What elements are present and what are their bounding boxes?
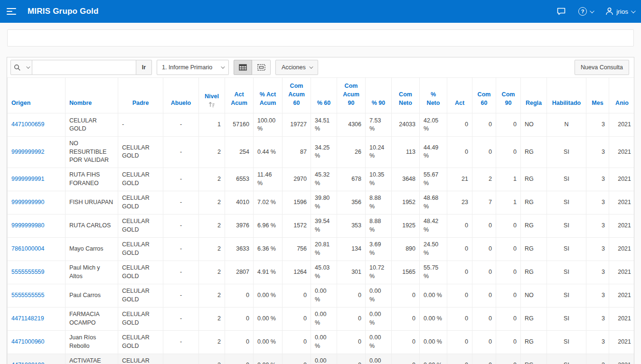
cell-padre: CELULAR GOLD: [118, 284, 163, 307]
column-header-com-neto[interactable]: Com Neto: [392, 78, 420, 113]
column-header--90[interactable]: % 90: [366, 78, 392, 113]
column-header-com-90[interactable]: Com 90: [496, 78, 521, 113]
cell-nivel: 2: [199, 168, 225, 191]
column-header-anio[interactable]: Anio: [609, 78, 635, 113]
origen-link[interactable]: 9999999990: [11, 199, 45, 205]
cell-com-acum-60: 2970: [283, 168, 311, 191]
search-input[interactable]: [32, 60, 136, 75]
chat-button[interactable]: [556, 7, 566, 16]
cell-com-acum-60: 756: [283, 237, 311, 261]
go-button[interactable]: Ir: [136, 60, 152, 75]
table-body: 4471000659CELULAR GOLD--157160100.00 %19…: [8, 113, 635, 364]
chat-icon: [556, 7, 566, 16]
origen-link[interactable]: 9999999992: [11, 149, 45, 155]
column-header-habilitado[interactable]: Habilitado: [547, 78, 586, 113]
cell--neto: 0.00 %: [420, 307, 447, 330]
user-menu[interactable]: jrios: [605, 7, 634, 16]
cell-regla: NO: [521, 284, 547, 307]
column-header-nivel[interactable]: Nivel: [199, 78, 225, 113]
cell-act-acum: 254: [225, 137, 254, 168]
column-header-abuelo[interactable]: Abuelo: [163, 78, 199, 113]
column-header-label: Habilitado: [552, 100, 581, 106]
origen-link[interactable]: 4471000960: [11, 338, 45, 345]
origen-link[interactable]: 5555555555: [11, 292, 45, 299]
column-header-nombre[interactable]: Nombre: [66, 78, 118, 113]
cell--neto: 0.00 %: [420, 330, 447, 354]
cell-act-acum: 57160: [225, 113, 254, 137]
grid-view-button[interactable]: [234, 60, 252, 75]
cell-anio: 2021: [609, 214, 635, 237]
table-row: 9999999980RUTA CARLOSCELULAR GOLD-239766…: [8, 214, 635, 237]
column-header-label: Origen: [11, 100, 30, 106]
cell-com-neto: 1565: [392, 261, 420, 284]
column-header-padre[interactable]: Padre: [118, 78, 163, 113]
cell--90: 8.88 %: [366, 214, 392, 237]
cell-com-90: 0: [496, 214, 521, 237]
column-header--60[interactable]: % 60: [311, 78, 337, 113]
header-row: OrigenNombrePadreAbueloNivelAct Acum% Ac…: [8, 78, 635, 113]
cell-nombre: RUTA FIHS FORANEO: [66, 168, 118, 191]
help-menu[interactable]: ?: [578, 7, 593, 16]
cell-com-acum-60: 1572: [283, 214, 311, 237]
column-header--neto[interactable]: % Neto: [420, 78, 447, 113]
cell-com-neto: 24033: [392, 113, 420, 137]
cell-padre: CELULAR GOLD: [118, 261, 163, 284]
cell-mes: 3: [586, 307, 609, 330]
menu-icon[interactable]: [7, 5, 19, 18]
cell--60: 0.00 %: [311, 330, 337, 354]
column-header-regla[interactable]: Regla: [521, 78, 547, 113]
cell-com-neto: 0: [392, 354, 420, 364]
cell-act-acum: 6553: [225, 168, 254, 191]
cell-act-acum: 0: [225, 284, 254, 307]
cell-com-60: 7: [472, 191, 496, 214]
cell-padre: CELULAR GOLD: [118, 354, 163, 364]
cell--neto: 48.68 %: [420, 191, 447, 214]
cell-com-acum-90: 353: [337, 214, 366, 237]
cell-padre: CELULAR GOLD: [118, 237, 163, 261]
column-header-act[interactable]: Act: [447, 78, 472, 113]
cell-com-60: 0: [472, 237, 496, 261]
cell--60: 0.00 %: [311, 307, 337, 330]
cell--90: 0.00 %: [366, 330, 392, 354]
column-header--act-acum[interactable]: % Act Acum: [254, 78, 283, 113]
single-row-view-button[interactable]: [252, 60, 271, 75]
table-row: 4471148219FARMACIA OCAMPOCELULAR GOLD-20…: [8, 307, 635, 330]
cell--neto: 0.00 %: [420, 284, 447, 307]
cell--act-acum: 0.00 %: [254, 330, 283, 354]
cell-act: 0: [447, 284, 472, 307]
origen-link[interactable]: 4471000100: [11, 362, 45, 364]
column-header-label: Regla: [526, 100, 542, 106]
column-header-com-acum-60[interactable]: Com Acum 60: [283, 78, 311, 113]
cell-com-90: 1: [496, 191, 521, 214]
cell-act: 0: [447, 330, 472, 354]
origen-link[interactable]: 7861000004: [11, 245, 45, 252]
origen-link[interactable]: 4471000659: [11, 121, 45, 128]
cell-regla: RG: [521, 191, 547, 214]
cell-mes: 3: [586, 214, 609, 237]
search-options-button[interactable]: [10, 60, 32, 75]
column-header-com-60[interactable]: Com 60: [472, 78, 496, 113]
origen-link[interactable]: 4471148219: [11, 315, 44, 322]
column-header-label: Com 90: [502, 91, 515, 106]
table-row: 9999999990FISH URUAPANCELULAR GOLD-24010…: [8, 191, 635, 214]
column-header-act-acum[interactable]: Act Acum: [225, 78, 254, 113]
actions-button[interactable]: Acciones: [275, 60, 318, 75]
origen-link[interactable]: 9999999991: [11, 176, 45, 182]
cell-nombre: RUTA CARLOS: [66, 214, 118, 237]
cell-nombre: NO RESURTIBLE POR VALIDAR: [66, 137, 118, 168]
report-selector[interactable]: 1. Informe Primario: [157, 60, 229, 75]
cell-anio: 2021: [609, 137, 635, 168]
report-toolbar: Ir 1. Informe Primario: [7, 57, 634, 77]
cell-com-acum-60: 19727: [283, 113, 311, 137]
cell-com-90: 0: [496, 237, 521, 261]
column-header-mes[interactable]: Mes: [586, 78, 609, 113]
new-query-button[interactable]: Nueva Consulta: [575, 60, 629, 75]
cell-habilitado: SI: [547, 307, 586, 330]
cell-com-acum-90: 26: [337, 137, 366, 168]
table-row: 4471000100ACTIVATAE GOLDCELULAR GOLD-200…: [8, 354, 635, 364]
origen-link[interactable]: 9999999980: [11, 222, 45, 229]
cell--neto: 48.42 %: [420, 214, 447, 237]
column-header-com-acum-90[interactable]: Com Acum 90: [337, 78, 366, 113]
column-header-origen[interactable]: Origen: [8, 78, 66, 113]
origen-link[interactable]: 5555555559: [11, 269, 45, 275]
